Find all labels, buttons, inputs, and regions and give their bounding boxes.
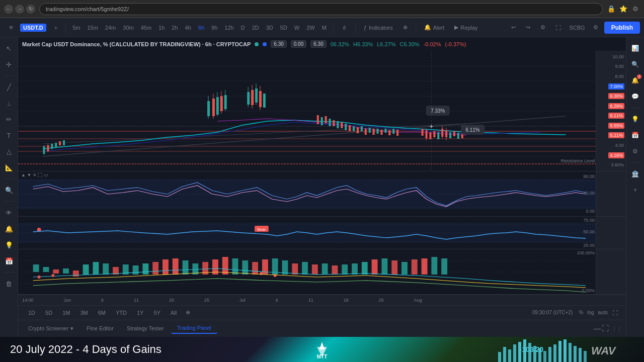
tf-45m[interactable]: 45m xyxy=(138,23,154,32)
tf-5d[interactable]: 5D xyxy=(278,23,290,32)
fib-icon[interactable]: ⟂ xyxy=(2,96,16,110)
tf-tab-3m[interactable]: 3M xyxy=(76,308,92,317)
crosshair-icon[interactable]: ✛ xyxy=(2,57,16,71)
rp-ideas-icon[interactable]: 💡 xyxy=(628,112,642,126)
tf-tab-all[interactable]: All xyxy=(167,308,181,317)
rp-brokers-icon[interactable]: 🏦 xyxy=(628,167,642,181)
rp-plus-icon[interactable]: + xyxy=(628,183,642,197)
tf-d[interactable]: D xyxy=(238,23,248,32)
tf-tab-5y[interactable]: 5Y xyxy=(149,308,164,317)
tl-25j: 25 xyxy=(379,298,384,303)
ind2-label-75: 75.00 xyxy=(583,218,595,223)
chart-type-button[interactable]: 🕯 xyxy=(338,23,351,33)
rp-alerts-icon[interactable]: 🔔 ! xyxy=(628,73,642,87)
indicator-3-canvas[interactable]: 100.00% 0.00% xyxy=(18,249,596,294)
tf-24m[interactable]: 24m xyxy=(103,23,118,32)
undo-button[interactable]: ↩ xyxy=(507,22,520,33)
tf-12h[interactable]: 12h xyxy=(222,23,236,32)
watchlist-icon[interactable]: 👁 xyxy=(2,206,16,220)
ideas-icon[interactable]: 💡 xyxy=(2,238,16,252)
tf-2d[interactable]: 2D xyxy=(250,23,262,32)
tf-15m[interactable]: 15m xyxy=(85,23,100,32)
extension-icon-1[interactable]: 🔒 xyxy=(607,5,616,14)
fit-chart-icon[interactable]: ⛶ xyxy=(610,308,620,318)
text-icon[interactable]: T xyxy=(2,128,16,142)
chart-settings-button[interactable]: ⚙ xyxy=(536,22,549,33)
tf-2w[interactable]: 2W xyxy=(304,23,317,32)
rp-search-icon[interactable]: 🔍 xyxy=(628,57,642,71)
add-symbol-button[interactable]: + xyxy=(50,23,61,33)
pattern-icon[interactable]: △ xyxy=(2,144,16,158)
tf-5m[interactable]: 5m xyxy=(70,23,83,32)
svg-rect-48 xyxy=(345,124,347,130)
tf-tab-5d[interactable]: 5D xyxy=(41,308,56,317)
fullscreen-button[interactable]: ⛶ xyxy=(551,23,565,33)
brush-icon[interactable]: ✏ xyxy=(2,112,16,126)
tf-m[interactable]: M xyxy=(319,23,329,32)
browser-actions: 🔒 ⭐ ⚙ xyxy=(607,5,640,14)
status-log: % xyxy=(579,310,583,315)
trendline-icon[interactable]: ╱ xyxy=(2,80,16,94)
replay-label: Replay xyxy=(460,25,477,31)
svg-rect-54 xyxy=(369,128,371,133)
chart-compare-icon[interactable]: ⊕ xyxy=(183,308,193,318)
refresh-button[interactable]: ↻ xyxy=(26,5,35,14)
svg-rect-164 xyxy=(584,351,587,362)
tf-1h[interactable]: 1h xyxy=(156,23,167,32)
extension-icon-2[interactable]: ⭐ xyxy=(619,5,628,14)
tf-tab-1y[interactable]: 1Y xyxy=(133,308,147,317)
indicator-2-canvas[interactable]: Bear 75.00 50.00 25.00 xyxy=(18,217,596,249)
tf-6h[interactable]: 6h xyxy=(196,23,207,32)
replay-button[interactable]: ▶ Replay xyxy=(450,22,481,33)
tl-6j: 6 xyxy=(276,298,278,303)
rp-chat-icon[interactable]: 💬 xyxy=(628,89,642,104)
panel-tab-strategy-tester[interactable]: Strategy Tester xyxy=(121,323,170,333)
tf-4h[interactable]: 4h xyxy=(183,23,194,32)
svg-text:6.11%: 6.11% xyxy=(466,127,480,133)
indicator-1-canvas[interactable]: ▲ ▼ ✕ ⛶ ▭ 80.00 40.00 0.00 xyxy=(18,171,596,216)
ind1-label-80: 80.00 xyxy=(583,174,595,179)
compare-button[interactable]: ⊕ xyxy=(399,22,412,33)
indicators-button[interactable]: ƒ Indicators xyxy=(360,23,397,33)
rp-watchlist-icon[interactable]: 📊 xyxy=(628,41,642,55)
hamburger-menu-icon[interactable]: ≡ xyxy=(4,21,18,35)
tf-tab-1m[interactable]: 1M xyxy=(58,308,74,317)
panel-tab-trading-panel[interactable]: Trading Panel xyxy=(171,323,217,334)
panel-tab-crypto-screener[interactable]: Crypto Screener ▾ xyxy=(22,323,79,334)
tf-w[interactable]: W xyxy=(292,23,302,32)
panel-minimize-button[interactable]: — xyxy=(594,324,601,332)
tv-symbol-label[interactable]: USDT.D xyxy=(20,24,46,32)
panel-options-button[interactable]: ⋮⋮ xyxy=(612,326,622,331)
svg-rect-66 xyxy=(433,131,435,137)
redo-button[interactable]: ↪ xyxy=(522,22,534,33)
trash-icon[interactable]: 🗑 xyxy=(2,277,16,291)
panel-tab-pine-editor[interactable]: Pine Editor xyxy=(80,323,120,333)
tf-30m[interactable]: 30m xyxy=(120,23,136,32)
svg-rect-21 xyxy=(63,140,65,145)
calendar-icon[interactable]: 📅 xyxy=(2,254,16,268)
publish-button[interactable]: Publish xyxy=(604,22,640,34)
panel-expand-button[interactable]: ⛶ xyxy=(602,324,609,332)
broker-settings-button[interactable]: ⚙ xyxy=(589,22,602,33)
url-bar[interactable]: tradingview.com/chart/5gmhe92Z/ xyxy=(39,3,603,15)
alert-button[interactable]: 🔔 Alert xyxy=(420,22,449,33)
svg-rect-36 xyxy=(255,88,258,103)
forward-button[interactable]: → xyxy=(15,5,24,14)
tf-9h[interactable]: 9h xyxy=(209,23,220,32)
cursor-icon[interactable]: ↖ xyxy=(2,41,16,55)
rp-calendar-icon[interactable]: 📅 xyxy=(628,128,642,142)
back-button[interactable]: ← xyxy=(4,5,13,14)
tf-tab-6m[interactable]: 6M xyxy=(94,308,110,317)
extension-icon-3[interactable]: ⚙ xyxy=(631,5,640,14)
svg-text:+: + xyxy=(429,122,433,130)
measure-icon[interactable]: 📐 xyxy=(2,160,16,174)
rp-settings-icon[interactable]: ⚙ xyxy=(628,144,642,158)
tf-2h[interactable]: 2h xyxy=(169,23,180,32)
zoom-icon[interactable]: 🔍 xyxy=(2,183,16,197)
tl-aug: Aug xyxy=(414,298,422,303)
tf-tab-1d[interactable]: 1D xyxy=(24,308,39,317)
main-chart-canvas[interactable]: 7.33% 6.11% Resistance Level + xyxy=(18,51,596,171)
tf-3d[interactable]: 3D xyxy=(264,23,276,32)
alerts-icon[interactable]: 🔔 xyxy=(2,222,16,236)
tf-tab-ytd[interactable]: YTD xyxy=(112,308,131,317)
